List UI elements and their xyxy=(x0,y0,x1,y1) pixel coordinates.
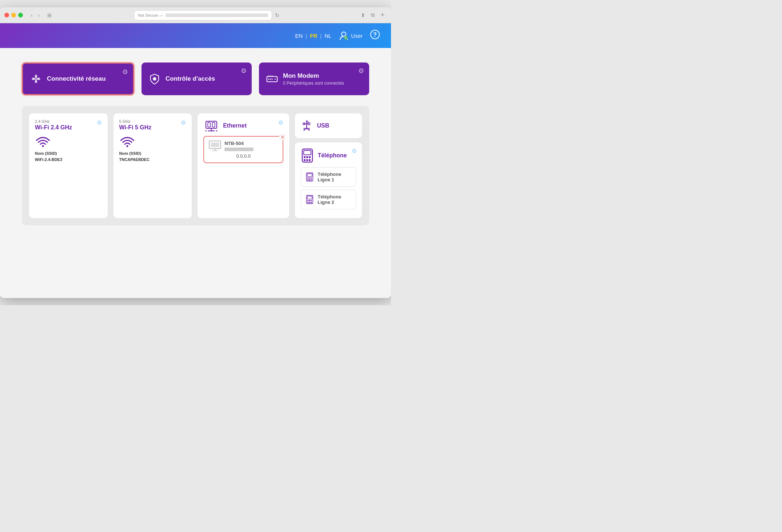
connectivity-gear-icon[interactable]: ⚙ xyxy=(122,68,128,76)
menu-card-access-text: Contrôle d'accès xyxy=(165,75,244,83)
menu-card-connectivity-title: Connectivité réseau xyxy=(47,75,126,83)
help-icon: ? xyxy=(370,29,380,40)
svg-rect-48 xyxy=(306,159,308,161)
phone-line-2[interactable]: Téléphone Ligne 2 xyxy=(301,190,356,209)
browser-window: ‹ › ⊞ Not Secure — ↻ ⬆ ⧉ + EN | FR | NL xyxy=(0,7,391,298)
svg-rect-43 xyxy=(304,150,311,155)
menu-card-connectivity-text: Connectivité réseau xyxy=(47,75,126,83)
svg-rect-49 xyxy=(309,159,311,161)
svg-point-4 xyxy=(35,78,37,80)
ethernet-gear-icon[interactable]: ⚙ xyxy=(278,119,283,126)
svg-point-0 xyxy=(342,32,346,36)
ethernet-device-card[interactable]: NTB-504 0.0.0.0 ✕ xyxy=(203,136,283,163)
telephone-card: Téléphone ⚙ xyxy=(295,142,362,218)
traffic-lights xyxy=(4,13,23,17)
address-bar-area: Not Secure — ↻ xyxy=(57,10,356,20)
telephone-icon xyxy=(301,148,314,163)
svg-point-22 xyxy=(271,78,272,80)
new-window-button[interactable]: ⧉ xyxy=(369,10,377,20)
wifi5-icon xyxy=(119,134,135,148)
svg-point-33 xyxy=(216,130,218,132)
access-gear-icon[interactable]: ⚙ xyxy=(241,67,247,75)
close-button[interactable] xyxy=(4,13,9,17)
svg-rect-46 xyxy=(309,156,311,158)
minimize-button[interactable] xyxy=(11,13,16,17)
device-close-button[interactable]: ✕ xyxy=(279,134,286,140)
svg-point-24 xyxy=(42,145,44,147)
svg-point-31 xyxy=(205,130,207,132)
ethernet-header-content: Ethernet xyxy=(203,119,247,132)
svg-point-21 xyxy=(270,78,271,80)
menu-card-access-title: Contrôle d'accès xyxy=(165,75,244,83)
wifi24-card[interactable]: 2.4 GHz Wi-Fi 2.4 GHz ⚙ Nom (SSID) WiFi-… xyxy=(29,113,108,218)
menu-card-connectivity[interactable]: Connectivité réseau ⚙ xyxy=(22,63,134,95)
ethernet-card[interactable]: Ethernet ⚙ xyxy=(198,113,289,218)
app-content: EN | FR | NL User ? xyxy=(0,23,391,298)
ethernet-icon xyxy=(203,119,219,132)
lang-en-button[interactable]: EN xyxy=(295,33,303,39)
right-column: USB xyxy=(295,113,362,218)
user-button[interactable]: User xyxy=(339,31,363,41)
modem-icon xyxy=(266,73,278,85)
wifi5-card[interactable]: 5 GHz Wi-Fi 5 GHz ⚙ Nom (SSID) TNCAPAEBD… xyxy=(113,113,192,218)
browser-titlebar: ‹ › ⊞ Not Secure — ↻ ⬆ ⧉ + xyxy=(0,7,391,23)
telephone-gear-icon[interactable]: ⚙ xyxy=(352,148,357,154)
svg-rect-37 xyxy=(211,142,219,147)
ethernet-header: Ethernet ⚙ xyxy=(203,119,283,132)
phone-line-1[interactable]: Téléphone Ligne 1 xyxy=(301,167,356,187)
svg-rect-44 xyxy=(304,156,306,158)
modem-gear-icon[interactable]: ⚙ xyxy=(358,67,364,75)
page-body: Connectivité réseau ⚙ Contrôle d'accès xyxy=(0,48,391,298)
usb-card[interactable]: USB xyxy=(295,113,362,138)
app-header: EN | FR | NL User ? xyxy=(0,23,391,48)
svg-point-40 xyxy=(303,123,305,125)
svg-rect-60 xyxy=(307,200,308,201)
svg-rect-62 xyxy=(311,200,312,201)
telephone-title: Téléphone xyxy=(318,152,347,159)
wifi5-gear-icon[interactable]: ⚙ xyxy=(181,119,186,126)
svg-rect-28 xyxy=(212,122,215,127)
menu-card-modem[interactable]: Mon Modem 0 Périphériques sont connectés… xyxy=(259,63,369,95)
network-section: 2.4 GHz Wi-Fi 2.4 GHz ⚙ Nom (SSID) WiFi-… xyxy=(22,106,369,225)
maximize-button[interactable] xyxy=(18,13,23,17)
menu-card-modem-subtitle: 0 Périphériques sont connectés xyxy=(283,81,362,86)
svg-rect-53 xyxy=(309,177,310,178)
back-button[interactable]: ‹ xyxy=(29,11,35,20)
device-ip: 0.0.0.0 xyxy=(236,153,251,159)
help-button[interactable]: ? xyxy=(370,29,380,42)
lang-fr-button[interactable]: FR xyxy=(310,33,317,39)
svg-rect-45 xyxy=(306,156,308,158)
lang-divider-2: | xyxy=(320,33,322,39)
svg-rect-47 xyxy=(304,159,306,161)
svg-rect-64 xyxy=(309,202,310,203)
share-button[interactable]: ⬆ xyxy=(359,10,367,20)
svg-text:?: ? xyxy=(373,32,377,38)
phone-line-2-icon xyxy=(306,194,314,205)
usb-icon xyxy=(301,119,312,132)
sidebar-button[interactable]: ⊞ xyxy=(44,11,55,20)
lang-nl-button[interactable]: NL xyxy=(324,33,331,39)
svg-rect-27 xyxy=(208,122,210,127)
wifi24-gear-icon[interactable]: ⚙ xyxy=(97,119,102,126)
menu-cards-row: Connectivité réseau ⚙ Contrôle d'accès xyxy=(22,63,369,95)
wifi5-ssid-value: TNCAPAEBDEC xyxy=(119,157,150,162)
svg-rect-65 xyxy=(311,202,312,203)
device-name: NTB-504 xyxy=(224,141,278,146)
menu-card-modem-title: Mon Modem xyxy=(283,72,362,80)
usb-title: USB xyxy=(317,122,329,129)
svg-rect-56 xyxy=(309,179,310,180)
svg-rect-52 xyxy=(307,177,308,178)
menu-card-modem-text: Mon Modem 0 Périphériques sont connectés xyxy=(283,72,362,86)
wifi5-title: Wi-Fi 5 GHz xyxy=(119,124,152,131)
wifi24-header-left: 2.4 GHz Wi-Fi 2.4 GHz xyxy=(35,119,72,131)
phone-line-2-label: Téléphone Ligne 2 xyxy=(318,194,351,205)
svg-rect-54 xyxy=(311,177,312,178)
menu-card-access-control[interactable]: Contrôle d'accès ⚙ xyxy=(141,63,252,95)
reload-button[interactable]: ↻ xyxy=(275,12,279,18)
forward-button[interactable]: › xyxy=(36,11,42,20)
device-mac xyxy=(224,148,254,151)
address-bar[interactable]: Not Secure — xyxy=(134,10,272,20)
new-tab-button[interactable]: + xyxy=(378,10,387,20)
url-bar-fill xyxy=(165,13,268,17)
lang-divider-1: | xyxy=(306,33,307,39)
